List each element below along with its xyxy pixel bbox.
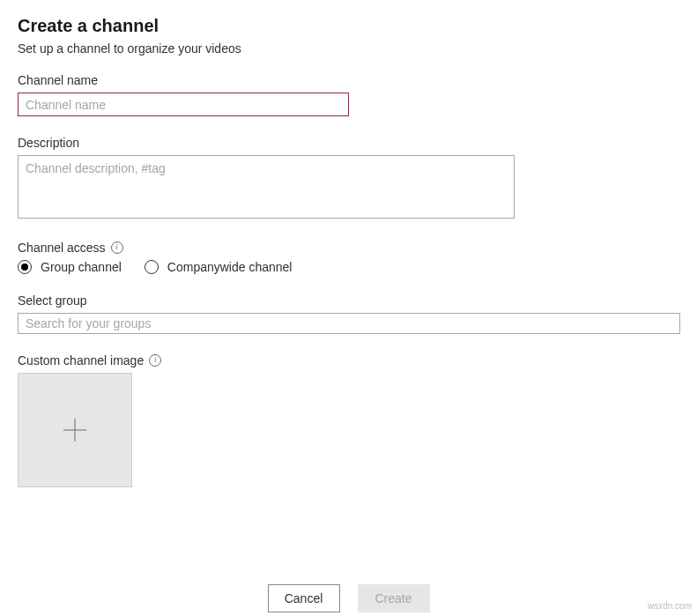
radio-group-label: Group channel: [41, 260, 122, 274]
cancel-button[interactable]: Cancel: [268, 584, 340, 612]
plus-icon: [63, 419, 86, 442]
channel-name-field: Channel name: [18, 73, 679, 116]
radio-company-label: Companywide channel: [167, 260, 293, 274]
radio-group-channel[interactable]: Group channel: [18, 260, 122, 274]
watermark: wsxdn.com: [648, 601, 692, 611]
channel-name-input[interactable]: [18, 93, 349, 116]
custom-image-label: Custom channel image: [18, 353, 144, 367]
info-icon[interactable]: i: [149, 354, 161, 367]
create-button[interactable]: Create: [358, 584, 430, 612]
info-icon[interactable]: i: [111, 241, 123, 254]
select-group-field: Select group: [18, 293, 679, 334]
channel-name-label: Channel name: [18, 73, 679, 87]
description-field: Description: [18, 136, 679, 221]
image-upload-button[interactable]: [18, 373, 132, 487]
radio-companywide-channel[interactable]: Companywide channel: [145, 260, 293, 274]
channel-access-label: Channel access: [18, 241, 106, 255]
select-group-input[interactable]: [18, 313, 680, 334]
page-subtitle: Set up a channel to organize your videos: [18, 41, 679, 56]
radio-circle-icon: [18, 260, 32, 274]
channel-access-field: Channel access i Group channel Companywi…: [18, 241, 679, 274]
description-input[interactable]: [18, 155, 515, 219]
select-group-label: Select group: [18, 293, 679, 308]
radio-circle-icon: [145, 260, 159, 274]
action-buttons: Cancel Create: [18, 584, 679, 612]
custom-image-field: Custom channel image i: [18, 353, 679, 487]
description-label: Description: [18, 136, 679, 150]
page-title: Create a channel: [18, 16, 679, 36]
